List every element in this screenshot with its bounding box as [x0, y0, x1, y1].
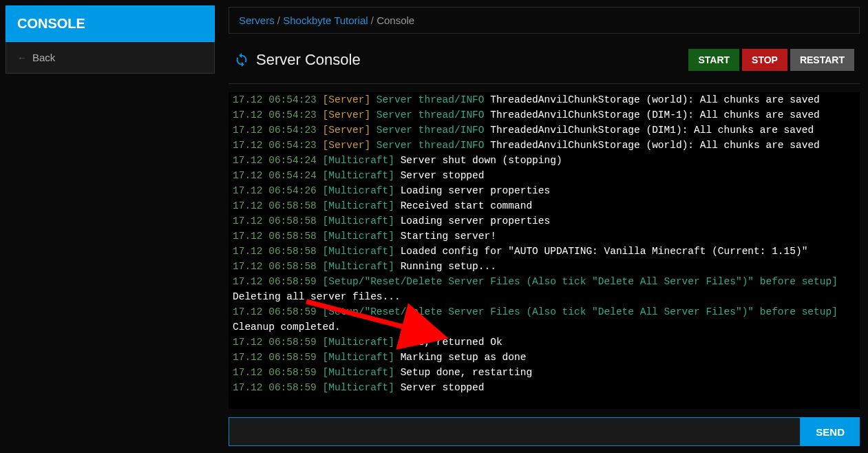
sidebar-item-label: Back — [32, 52, 55, 63]
breadcrumb-server-name[interactable]: Shockbyte Tutorial — [283, 14, 368, 26]
refresh-icon[interactable] — [234, 52, 249, 67]
console-line: 17.12 06:54:23 [Server] Server thread/IN… — [233, 107, 856, 123]
back-arrow-icon: ← — [17, 52, 27, 63]
command-input[interactable] — [229, 417, 801, 446]
console-line: Cleanup completed. — [233, 319, 856, 335]
console-line: 17.12 06:54:23 [Server] Server thread/IN… — [233, 138, 856, 153]
console-line: 17.12 06:58:59 [Multicraft] Done, return… — [233, 335, 856, 350]
console-line: 17.12 06:54:24 [Multicraft] Server shut … — [233, 153, 856, 168]
server-controls: START STOP RESTART — [688, 49, 854, 71]
console-output[interactable]: 17.12 06:54:23 [Server] Server thread/IN… — [229, 92, 860, 409]
console-line: 17.12 06:58:59 [Setup/"Reset/Delete Serv… — [233, 274, 856, 289]
console-line: 17.12 06:54:26 [Multicraft] Loading serv… — [233, 183, 856, 198]
console-line: 17.12 06:58:59 [Multicraft] Server stopp… — [233, 380, 856, 395]
console-line: 17.12 06:58:58 [Multicraft] Loaded confi… — [233, 244, 856, 259]
start-button[interactable]: START — [688, 49, 739, 71]
stop-button[interactable]: STOP — [742, 49, 787, 71]
page-title: Server Console — [256, 51, 361, 69]
title-block: Server Console — [234, 51, 361, 69]
console-line: 17.12 06:58:59 [Setup/"Reset/Delete Serv… — [233, 304, 856, 319]
breadcrumb-servers[interactable]: Servers — [239, 14, 275, 26]
console-line: 17.12 06:58:59 [Multicraft] Setup done, … — [233, 365, 856, 380]
send-button[interactable]: SEND — [801, 417, 860, 446]
console-line: 17.12 06:58:59 [Multicraft] Marking setu… — [233, 350, 856, 365]
console-line: 17.12 06:54:24 [Multicraft] Server stopp… — [233, 168, 856, 183]
sidebar-header: CONSOLE — [6, 6, 215, 42]
breadcrumb-sep: / — [368, 14, 377, 26]
breadcrumb-current: Console — [377, 14, 414, 26]
breadcrumb-sep: / — [275, 14, 284, 26]
console-line: 17.12 06:58:58 [Multicraft] Starting ser… — [233, 229, 856, 244]
sidebar-item-back[interactable]: ← Back — [6, 42, 215, 74]
main-panel: Servers / Shockbyte Tutorial / Console S… — [220, 0, 868, 453]
console-line: Deleting all server files... — [233, 289, 856, 304]
breadcrumb: Servers / Shockbyte Tutorial / Console — [229, 7, 860, 34]
restart-button[interactable]: RESTART — [790, 49, 854, 71]
sidebar: CONSOLE ← Back — [0, 0, 220, 453]
console-line: 17.12 06:58:58 [Multicraft] Received sta… — [233, 198, 856, 213]
console-line: 17.12 06:54:23 [Server] Server thread/IN… — [233, 92, 856, 107]
console-line: 17.12 06:58:58 [Multicraft] Loading serv… — [233, 213, 856, 229]
header-row: Server Console START STOP RESTART — [229, 45, 860, 84]
console-line: 17.12 06:58:58 [Multicraft] Running setu… — [233, 259, 856, 274]
command-input-row: SEND — [229, 417, 860, 446]
console-line: 17.12 06:54:23 [Server] Server thread/IN… — [233, 123, 856, 138]
